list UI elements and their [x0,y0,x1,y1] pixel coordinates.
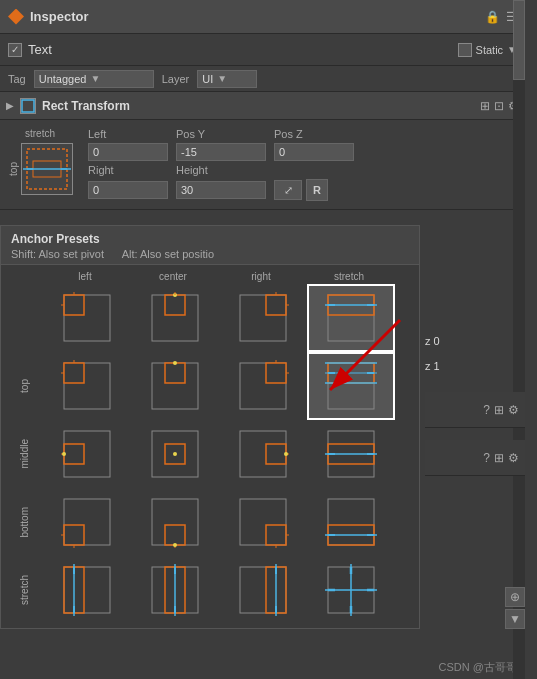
expand-btn[interactable]: ⤢ [274,180,302,200]
anchor-presets-subtitle: Shift: Also set pivot Alt: Also set posi… [11,248,409,260]
anchor-cell-stretch-center[interactable] [131,556,219,624]
layer-arrow: ▼ [217,73,227,84]
anchor-cell-bottom-right[interactable] [219,488,307,556]
svg-rect-18 [328,295,374,341]
layer-dropdown[interactable]: UI ▼ [197,70,257,88]
rect-fields: Left Pos Y Pos Z 0 -15 0 Right Height 0 … [80,124,525,205]
anchor-row-bottom: bottom [5,488,415,556]
col-header-left: left [41,269,129,284]
anchor-cells-stretch [43,556,395,624]
anchor-cell-top2-right[interactable] [219,352,307,420]
row-label-bottom-text: bottom [19,507,30,538]
anchor-cells-bottom [43,488,395,556]
anchor-cell-bottom-left[interactable] [43,488,131,556]
question-icon-2[interactable]: ? [483,451,490,465]
anchor-cell-top-stretch[interactable] [307,284,395,352]
svg-rect-7 [64,295,84,315]
svg-rect-42 [64,444,84,464]
anchor-cell-middle-right[interactable] [219,420,307,488]
svg-point-47 [173,452,177,456]
anchor-cell-top2-center[interactable] [131,352,219,420]
anchor-cell-top-right[interactable] [219,284,307,352]
top-side-label: top [8,162,19,176]
anchor-cells-middle [43,420,395,488]
anchor-cell-stretch-left[interactable] [43,556,131,624]
svg-rect-48 [240,431,286,477]
svg-rect-57 [64,499,110,545]
stretch-label: stretch [25,128,55,139]
svg-rect-84 [240,567,286,613]
svg-rect-6 [64,295,110,341]
anchor-presets-title: Anchor Presets [11,232,409,246]
gear-icon-2[interactable]: ⚙ [508,451,519,465]
anchor-cell-middle-left[interactable] [43,420,131,488]
rect-left-panel: stretch top [0,124,80,205]
col-header-stretch: stretch [305,269,393,284]
gear-icon-1[interactable]: ⚙ [508,403,519,417]
rect-grid-icon[interactable]: ⊞ [480,99,490,113]
rect-section-arrow[interactable]: ▶ [6,100,14,111]
scrollbar[interactable] [513,0,525,679]
right-value[interactable]: 0 [88,181,168,199]
tag-label: Tag [8,73,26,85]
col-headers: left center right stretch [41,269,415,284]
scroll-down-btn[interactable]: ▼ [505,609,525,629]
anchor-cell-top-center[interactable] [131,284,219,352]
svg-point-64 [173,543,177,547]
row-label-stretch: stretch [5,575,43,605]
right-label: Right [88,164,168,176]
anchor-cell-stretch-right[interactable] [219,556,307,624]
height-label: Height [176,164,266,176]
anchor-cell-stretch-stretch[interactable] [307,556,395,624]
svg-rect-62 [165,525,185,545]
rect-body: stretch top [0,120,525,210]
r-button[interactable]: R [306,179,328,201]
anchor-row-top2: top [5,352,415,420]
row-label-top: top [5,379,43,393]
tag-arrow: ▼ [90,73,100,84]
anchor-cell-middle-stretch[interactable] [307,420,395,488]
anchor-cell-top-left[interactable] [43,284,131,352]
svg-rect-58 [64,525,84,545]
anchor-row-stretch: stretch [5,556,415,624]
pos-y-value[interactable]: -15 [176,143,266,161]
static-checkbox[interactable] [458,43,472,57]
svg-rect-11 [165,295,185,315]
rect-align-icon[interactable]: ⊡ [494,99,504,113]
anchor-cell-top2-left[interactable] [43,352,131,420]
svg-rect-69 [328,499,374,545]
svg-rect-74 [64,567,110,613]
col-header-right: right [217,269,305,284]
layer-value: UI [202,73,213,85]
scroll-up-btn[interactable]: ⊕ [505,587,525,607]
inspector-icon [8,9,24,25]
anchor-row-top [5,284,415,352]
scrollbar-thumb[interactable] [513,0,525,80]
svg-rect-10 [152,295,198,341]
inspector-title: Inspector [30,9,89,24]
left-value[interactable]: 0 [88,143,168,161]
anchor-presets-header: Anchor Presets Shift: Also set pivot Alt… [1,226,419,265]
height-value[interactable]: 30 [176,181,266,199]
anchor-cells-top [43,284,395,352]
svg-rect-61 [152,499,198,545]
anchor-grid-container: left center right stretch [1,265,419,628]
anchor-cell-middle-center[interactable] [131,420,219,488]
component-checkbox[interactable] [8,43,22,57]
anchor-thumb[interactable] [21,143,73,195]
row-label-stretch-text: stretch [19,575,30,605]
pos-z-value[interactable]: 0 [274,143,354,161]
grid-icon-1[interactable]: ⊞ [494,403,504,417]
svg-point-51 [284,452,288,456]
tag-dropdown[interactable]: Untagged ▼ [34,70,154,88]
lock-icon[interactable]: 🔒 [485,10,500,24]
anchor-cell-bottom-stretch[interactable] [307,488,395,556]
anchor-cell-bottom-center[interactable] [131,488,219,556]
static-section: Static ▼ [458,43,517,57]
svg-rect-49 [266,444,286,464]
question-icon-1[interactable]: ? [483,403,490,417]
anchor-cell-top2-stretch[interactable] [307,352,395,420]
anchor-presets-panel: Anchor Presets Shift: Also set pivot Alt… [0,225,420,629]
z0-label: z 0 [425,335,440,347]
grid-icon-2[interactable]: ⊞ [494,451,504,465]
